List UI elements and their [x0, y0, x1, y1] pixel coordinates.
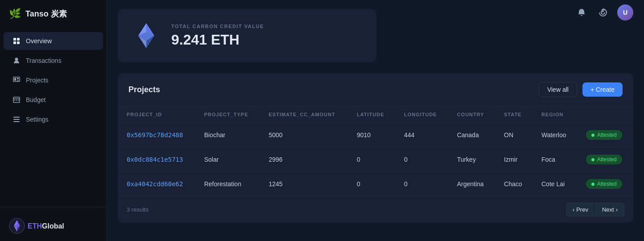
ethglobal-text: ETHGlobal: [28, 221, 64, 231]
row-country: Turkey: [448, 147, 495, 172]
row-project-id: 0x5697bc78d2488: [118, 123, 195, 147]
col-project-id: PROJECT_ID: [118, 106, 195, 123]
results-count: 3 results: [127, 206, 149, 213]
share-icon[interactable]: [596, 5, 610, 20]
table-head: PROJECT_ID PROJECT_TYPE ESTIMATE_CC_AMOU…: [118, 106, 633, 123]
svg-point-4: [15, 58, 18, 61]
sidebar-divider: [0, 207, 107, 207]
eth-card-value: 9.241 ETH: [171, 32, 264, 48]
attested-dot-icon: [591, 134, 594, 137]
svg-rect-1: [17, 38, 20, 41]
svg-rect-6: [14, 78, 16, 81]
row-project-type: Biochar: [195, 123, 260, 147]
sidebar-item-transactions[interactable]: Transactions: [4, 52, 103, 69]
status-label: Attested: [597, 156, 617, 163]
pagination-bar: 3 results ‹ Prev Next ›: [118, 196, 633, 223]
table-body: 0x5697bc78d2488 Biochar 5000 9010 444 Ca…: [118, 123, 633, 196]
col-state: STATE: [495, 106, 533, 123]
sidebar-item-label: Overview: [26, 37, 52, 45]
notification-bell-icon[interactable]: [574, 5, 589, 20]
row-latitude: 0: [348, 172, 395, 196]
avatar[interactable]: U: [617, 4, 633, 20]
transactions-icon: [12, 57, 21, 65]
sidebar-item-label: Projects: [26, 77, 49, 84]
svg-rect-10: [13, 98, 20, 99]
row-longitude: 0: [395, 147, 448, 172]
attested-dot-icon: [591, 183, 594, 186]
prev-button[interactable]: ‹ Prev: [566, 203, 594, 216]
row-country: Canada: [448, 123, 495, 147]
svg-rect-7: [17, 78, 19, 79]
create-button[interactable]: + Create: [582, 82, 623, 97]
row-status: Attested: [577, 147, 633, 172]
app-name: Tanso 炭素: [25, 8, 67, 19]
project-id-link[interactable]: 0x5697bc78d2488: [127, 131, 183, 139]
table-row: 0x5697bc78d2488 Biochar 5000 9010 444 Ca…: [118, 123, 633, 147]
projects-title: Projects: [128, 85, 160, 94]
svg-rect-11: [14, 100, 15, 101]
svg-rect-16: [13, 121, 20, 122]
view-all-button[interactable]: View all: [539, 82, 577, 97]
svg-rect-12: [16, 100, 17, 101]
row-region: Foca: [533, 147, 577, 172]
svg-rect-3: [17, 41, 20, 44]
col-latitude: LATITUDE: [348, 106, 395, 123]
sidebar-item-budget[interactable]: Budget: [4, 91, 103, 109]
svg-rect-15: [13, 119, 20, 120]
projects-section: Projects View all + Create PROJECT_ID PR…: [118, 73, 633, 223]
row-status: Attested: [577, 123, 633, 147]
logo-icon: 🌿: [9, 8, 21, 20]
row-project-id: 0x0dc884c1e5713: [118, 147, 195, 172]
projects-icon: [12, 76, 21, 84]
sidebar-item-label: Budget: [26, 96, 45, 103]
eth-diamond-icon: [132, 21, 161, 50]
svg-rect-8: [17, 80, 19, 81]
next-label: Next: [602, 206, 614, 213]
table-row: 0xa4042cdd60e62 Reforestation 1245 0 0 A…: [118, 172, 633, 196]
sidebar-item-label: Settings: [26, 116, 49, 123]
sidebar-nav: Overview Transactions Projects: [0, 28, 107, 203]
ethglobal-icon: [9, 218, 25, 234]
svg-rect-0: [13, 38, 16, 41]
sidebar-item-settings[interactable]: Settings: [4, 110, 103, 128]
overview-icon: [12, 37, 21, 45]
col-status: [577, 106, 633, 123]
col-estimate: ESTIMATE_CC_AMOUNT: [260, 106, 348, 123]
sidebar-item-overview[interactable]: Overview: [4, 32, 103, 50]
pagination-controls: ‹ Prev Next ›: [566, 203, 624, 216]
status-label: Attested: [597, 132, 617, 138]
project-id-link[interactable]: 0xa4042cdd60e62: [127, 180, 183, 188]
ethglobal-logo: ETHGlobal: [9, 218, 64, 234]
project-id-link[interactable]: 0x0dc884c1e5713: [127, 156, 183, 163]
row-status: Attested: [577, 172, 633, 196]
table-header-row: PROJECT_ID PROJECT_TYPE ESTIMATE_CC_AMOU…: [118, 106, 633, 123]
row-state: Izmir: [495, 147, 533, 172]
row-project-type: Reforestation: [195, 172, 260, 196]
budget-icon: [12, 96, 21, 104]
col-longitude: LONGITUDE: [395, 106, 448, 123]
sidebar-item-projects[interactable]: Projects: [4, 71, 103, 89]
row-longitude: 0: [395, 172, 448, 196]
status-label: Attested: [597, 181, 617, 187]
row-region: Waterloo: [533, 123, 577, 147]
row-state: ON: [495, 123, 533, 147]
attested-dot-icon: [591, 158, 594, 161]
row-project-id: 0xa4042cdd60e62: [118, 172, 195, 196]
main-content: U TOTAL CARBON CREDIT VALUE 9.241 ETH Pr…: [107, 0, 644, 241]
svg-rect-13: [18, 100, 19, 101]
settings-icon: [12, 115, 21, 123]
row-country: Argentina: [448, 172, 495, 196]
col-region: REGION: [533, 106, 577, 123]
sidebar-item-label: Transactions: [26, 57, 62, 64]
chevron-left-icon: ‹: [573, 206, 574, 213]
sidebar-footer: ETHGlobal: [0, 211, 107, 241]
row-latitude: 0: [348, 147, 395, 172]
svg-rect-14: [13, 117, 20, 118]
chevron-right-icon: ›: [616, 206, 618, 213]
sidebar: 🌿 Tanso 炭素 Overview Transaction: [0, 0, 107, 241]
attested-badge: Attested: [586, 179, 622, 189]
row-region: Cote Lai: [533, 172, 577, 196]
row-amount: 5000: [260, 123, 348, 147]
app-logo: 🌿 Tanso 炭素: [0, 0, 107, 28]
next-button[interactable]: Next ›: [595, 203, 624, 216]
